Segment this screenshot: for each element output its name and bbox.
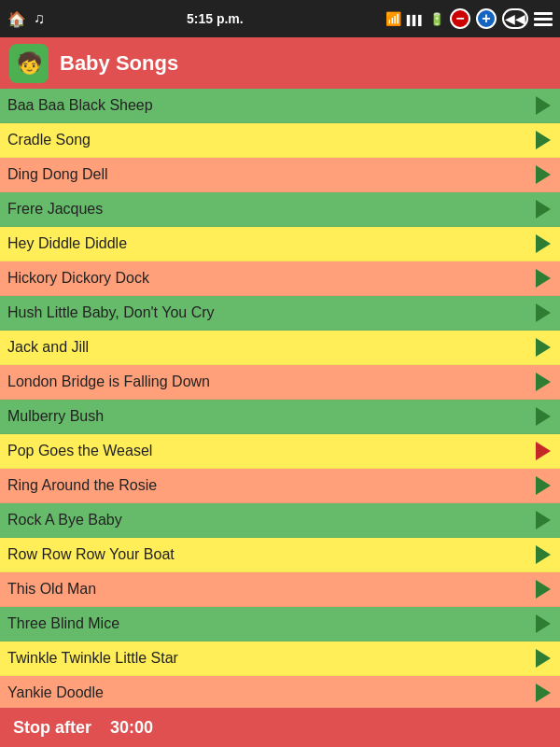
song-item[interactable]: Ding Dong Dell (0, 158, 560, 192)
play-button[interactable] (536, 614, 551, 633)
song-item[interactable]: Hickory Dickory Dock (0, 261, 560, 296)
battery-icon (429, 12, 444, 26)
play-button[interactable] (536, 580, 551, 599)
stop-after-time: 30:00 (110, 718, 153, 738)
music-icon (34, 10, 45, 27)
song-item[interactable]: Three Blind Mice (0, 607, 560, 641)
song-name: Hey Diddle Diddle (7, 235, 127, 252)
song-item[interactable]: Ring Around the Rosie (0, 469, 560, 503)
status-right-icons: − + ◀◀ (385, 8, 553, 29)
play-button[interactable] (536, 545, 551, 564)
song-name: Hush Little Baby, Don't You Cry (7, 304, 215, 321)
song-item[interactable]: Mulberry Bush (0, 400, 560, 434)
play-button[interactable] (536, 476, 551, 495)
home-icon (7, 10, 26, 28)
minus-button[interactable]: − (450, 8, 470, 29)
song-item[interactable]: Yankie Doodle (0, 676, 560, 708)
play-button[interactable] (536, 96, 551, 115)
song-item[interactable]: Hey Diddle Diddle (0, 227, 560, 261)
play-button[interactable] (536, 200, 551, 218)
stop-after-label: Stop after (13, 718, 91, 738)
song-name: Baa Baa Black Sheep (7, 97, 153, 114)
back-button[interactable]: ◀◀ (502, 8, 528, 29)
song-name: Jack and Jill (7, 339, 89, 356)
song-item[interactable]: Cradle Song (0, 123, 560, 158)
song-name: London Bridge is Falling Down (7, 374, 210, 390)
menu-button[interactable] (534, 12, 553, 26)
song-name: Pop Goes the Weasel (7, 443, 152, 459)
plus-button[interactable]: + (476, 8, 497, 29)
song-item[interactable]: Rock A Bye Baby (0, 503, 560, 538)
status-time: 5:15 p.m. (187, 11, 244, 26)
song-name: Hickory Dickory Dock (7, 270, 149, 287)
play-button[interactable] (536, 649, 551, 668)
song-item[interactable]: Jack and Jill (0, 331, 560, 365)
play-button[interactable] (536, 303, 551, 322)
song-name: Frere Jacques (7, 201, 103, 218)
wifi-icon (385, 11, 401, 26)
song-name: Rock A Bye Baby (7, 512, 122, 529)
signal-icon (407, 12, 424, 26)
app-icon: 🧒 (9, 44, 49, 83)
song-name: Cradle Song (7, 132, 91, 148)
play-button[interactable] (536, 684, 551, 702)
song-name: Yankie Doodle (7, 684, 104, 701)
song-item[interactable]: This Old Man (0, 572, 560, 607)
action-bar: 🧒 Baby Songs (0, 37, 560, 89)
song-list: Baa Baa Black SheepCradle SongDing Dong … (0, 89, 560, 708)
song-name: This Old Man (7, 581, 96, 598)
song-item[interactable]: Pop Goes the Weasel (0, 434, 560, 469)
play-button[interactable] (536, 131, 551, 149)
song-item[interactable]: Frere Jacques (0, 192, 560, 227)
song-name: Ring Around the Rosie (7, 477, 157, 494)
play-button[interactable] (536, 269, 551, 288)
play-button[interactable] (536, 234, 551, 253)
play-button[interactable] (536, 407, 551, 426)
song-item[interactable]: Hush Little Baby, Don't You Cry (0, 296, 560, 331)
status-bar: 5:15 p.m. − + ◀◀ (0, 0, 560, 37)
song-item[interactable]: Twinkle Twinkle Little Star (0, 641, 560, 676)
play-button[interactable] (536, 165, 551, 184)
play-button[interactable] (536, 373, 551, 391)
song-item[interactable]: London Bridge is Falling Down (0, 365, 560, 400)
status-left-icons (7, 10, 45, 28)
play-button[interactable] (536, 511, 551, 529)
footer-bar: Stop after 30:00 (0, 708, 560, 747)
song-name: Three Blind Mice (7, 615, 119, 632)
song-name: Twinkle Twinkle Little Star (7, 650, 178, 667)
app-title: Baby Songs (60, 51, 178, 76)
song-name: Row Row Row Your Boat (7, 546, 175, 563)
song-item[interactable]: Row Row Row Your Boat (0, 538, 560, 572)
play-button[interactable] (536, 338, 551, 357)
song-name: Ding Dong Dell (7, 166, 108, 183)
song-item[interactable]: Baa Baa Black Sheep (0, 89, 560, 123)
play-button[interactable] (536, 442, 551, 460)
song-name: Mulberry Bush (7, 408, 104, 425)
